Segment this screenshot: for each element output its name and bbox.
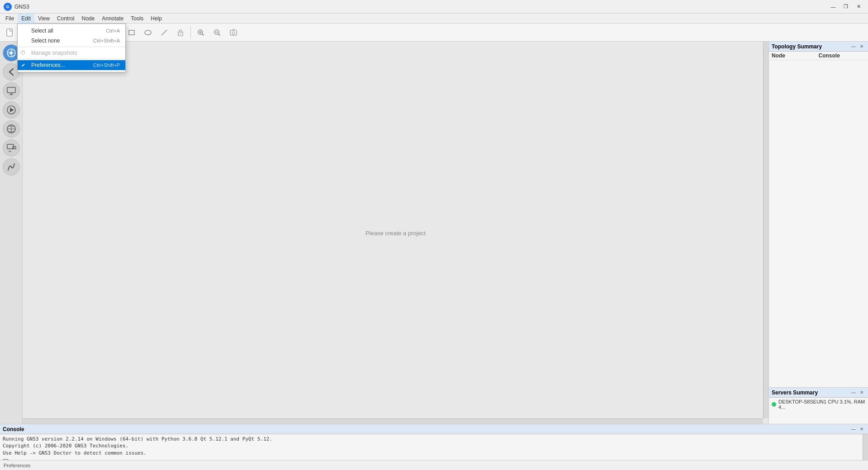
svg-rect-25 (7, 87, 15, 93)
menu-preferences[interactable]: ✔ Preferences... Ctrl+Shift+P (18, 60, 125, 70)
minimize-button[interactable]: — (827, 2, 839, 11)
sidebar-play[interactable] (3, 101, 20, 119)
close-button[interactable]: ✕ (853, 2, 864, 11)
toolbar-sep-3 (190, 26, 191, 39)
svg-rect-7 (129, 30, 134, 35)
topology-close-button[interactable]: ✕ (858, 43, 865, 50)
lock-button[interactable] (173, 25, 188, 40)
title-bar-controls: — ❐ ✕ (827, 2, 864, 11)
menu-select-all[interactable]: Select all Ctrl+A (18, 26, 125, 36)
toolbar (0, 24, 868, 42)
screenshot-button[interactable] (226, 25, 241, 40)
snapshot-icon: ⏱ (20, 50, 26, 56)
server-label: DESKTOP-S8SEUN1 CPU 3.1%, RAM 4... (778, 399, 865, 410)
svg-line-13 (202, 33, 204, 35)
preferences-check-icon: ✔ (21, 62, 25, 68)
console-panel-controls: — ✕ (850, 426, 865, 433)
main-layout: Please create a project Topology Summary… (0, 42, 868, 424)
console-line-2: Copyright (c) 2006-2020 GNS3 Technologie… (3, 442, 865, 449)
status-label: Preferences (4, 463, 30, 468)
servers-summary-header: Servers Summary — ✕ (769, 388, 868, 398)
canvas-area: Please create a project (23, 42, 768, 424)
svg-point-11 (180, 33, 181, 34)
zoom-in-button[interactable] (193, 25, 209, 40)
canvas-horizontal-scrollbar[interactable] (23, 418, 763, 424)
select-none-shortcut: Ctrl+Shift+A (93, 38, 120, 43)
servers-summary-title: Servers Summary (772, 389, 818, 396)
menu-edit[interactable]: Edit (18, 14, 34, 24)
topology-panel-controls: — ✕ (850, 43, 865, 50)
status-bar: Preferences (0, 460, 868, 470)
sidebar-network[interactable] (3, 120, 20, 138)
menu-control[interactable]: Control (53, 14, 78, 24)
title-text: GNS3 (14, 4, 29, 10)
menu-view[interactable]: View (34, 14, 53, 24)
topology-node-col: Node (772, 52, 819, 59)
topology-columns: Node Console (769, 52, 868, 60)
title-bar: G GNS3 — ❐ ✕ (0, 0, 868, 14)
menu-node[interactable]: Node (78, 14, 99, 24)
menu-file[interactable]: File (2, 14, 18, 24)
topology-summary-panel: Topology Summary — ✕ Node Console (769, 42, 868, 388)
sidebar-cable[interactable] (3, 158, 20, 176)
title-bar-left: G GNS3 (4, 3, 29, 11)
zoom-out-button[interactable] (209, 25, 225, 40)
topology-summary-title: Topology Summary (772, 43, 822, 50)
menu-help[interactable]: Help (147, 14, 166, 24)
manage-snapshots-label: Manage snapshots (31, 50, 77, 56)
draw-line-button[interactable] (157, 25, 172, 40)
servers-summary-panel: Servers Summary — ✕ DESKTOP-S8SEUN1 CPU … (769, 388, 868, 424)
servers-close-button[interactable]: ✕ (858, 389, 865, 396)
console-title: Console (3, 426, 24, 432)
console-line-1: Running GNS3 version 2.2.14 on Windows (… (3, 436, 865, 442)
sidebar-monitor2[interactable] (3, 139, 20, 157)
right-panel: Topology Summary — ✕ Node Console Server… (768, 42, 868, 424)
menu-sep-2 (18, 59, 125, 59)
svg-rect-0 (7, 29, 12, 36)
select-none-label: Select none (31, 38, 60, 44)
svg-rect-36 (13, 147, 16, 149)
menu-tools[interactable]: Tools (127, 14, 147, 24)
svg-point-8 (145, 30, 151, 35)
console-panel: Console — ✕ Running GNS3 version 2.2.14 … (0, 424, 868, 460)
servers-panel-controls: — ✕ (850, 389, 865, 396)
menu-sep-1 (18, 47, 125, 47)
sidebar-monitor[interactable] (3, 82, 20, 100)
console-close-button[interactable]: ✕ (858, 426, 865, 433)
menu-select-none[interactable]: Select none Ctrl+Shift+A (18, 36, 125, 46)
canvas-vertical-scrollbar[interactable] (763, 42, 768, 418)
server-item: DESKTOP-S8SEUN1 CPU 3.1%, RAM 4... (769, 398, 868, 411)
canvas-placeholder: Please create a project (365, 229, 426, 236)
app-icon: G (4, 3, 12, 11)
preferences-shortcut: Ctrl+Shift+P (93, 62, 120, 68)
menu-manage-snapshots: ⏱ Manage snapshots (18, 48, 125, 58)
console-header: Console — ✕ (0, 424, 868, 434)
svg-line-17 (218, 33, 220, 35)
topology-minimize-button[interactable]: — (850, 43, 857, 50)
svg-marker-29 (10, 108, 14, 112)
topology-summary-header: Topology Summary — ✕ (769, 42, 868, 52)
draw-ellipse-button[interactable] (140, 25, 156, 40)
select-all-label: Select all (31, 28, 53, 34)
server-status-dot (772, 402, 776, 407)
console-vertical-scrollbar[interactable] (863, 434, 868, 460)
menu-bar: File Edit View Control Node Annotate Too… (0, 14, 868, 24)
new-project-button[interactable] (2, 25, 17, 40)
left-sidebar (0, 42, 23, 424)
edit-menu-dropdown: Select all Ctrl+A Select none Ctrl+Shift… (17, 24, 126, 72)
preferences-label: Preferences... (31, 62, 65, 68)
draw-rectangle-button[interactable] (124, 25, 139, 40)
select-all-shortcut: Ctrl+A (106, 28, 120, 33)
svg-line-9 (161, 30, 167, 35)
topology-console-col: Console (819, 52, 866, 59)
restore-button[interactable]: ❐ (840, 2, 852, 11)
console-line-3: Use Help -> GNS3 Doctor to detect common… (3, 450, 865, 456)
servers-minimize-button[interactable]: — (850, 389, 857, 396)
console-minimize-button[interactable]: — (850, 426, 857, 433)
menu-annotate[interactable]: Annotate (98, 14, 127, 24)
